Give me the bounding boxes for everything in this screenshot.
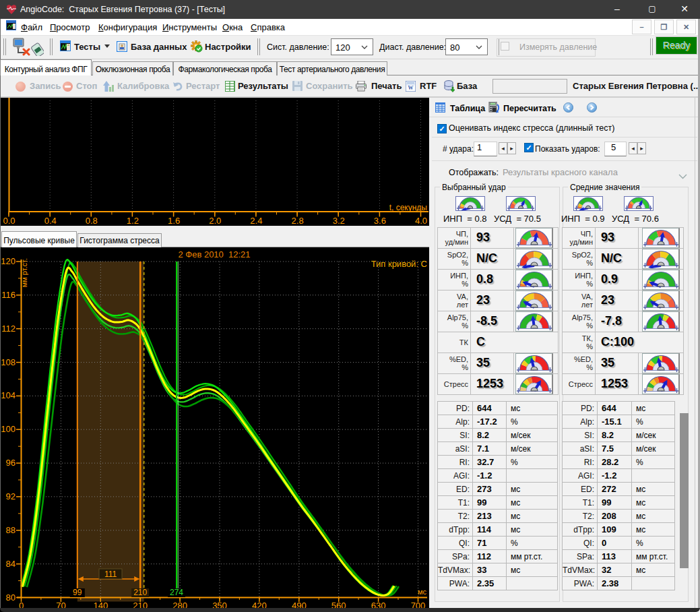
svg-text:116: 116 — [1, 290, 15, 300]
svg-text:2.4: 2.4 — [250, 216, 262, 226]
svg-text:4.0: 4.0 — [415, 216, 427, 226]
svg-text:274: 274 — [170, 588, 183, 597]
svg-text:W: W — [408, 85, 414, 91]
svg-text:96: 96 — [6, 458, 15, 468]
svg-text:0.4: 0.4 — [44, 216, 57, 226]
svg-text:210: 210 — [133, 588, 147, 597]
svg-text:0.8: 0.8 — [86, 216, 98, 226]
svg-text:80: 80 — [6, 592, 15, 603]
svg-text:мм рт.ст.: мм рт.ст. — [20, 258, 28, 287]
svg-text:t, секунды: t, секунды — [389, 203, 427, 212]
svg-text:2.8: 2.8 — [292, 216, 304, 226]
svg-text:92: 92 — [6, 491, 15, 501]
svg-text:3.6: 3.6 — [374, 216, 386, 226]
svg-text:2 Фев 2010 12:21: 2 Фев 2010 12:21 — [178, 249, 250, 259]
svg-text:мс: мс — [418, 588, 427, 596]
svg-text:99: 99 — [73, 588, 82, 597]
svg-text:1.6: 1.6 — [168, 216, 180, 226]
svg-text:120: 120 — [1, 256, 15, 266]
svg-text:Тип кривой: C: Тип кривой: C — [371, 259, 427, 269]
svg-text:1.2: 1.2 — [127, 216, 139, 226]
svg-text:104: 104 — [1, 390, 15, 400]
svg-text:100: 100 — [1, 424, 15, 434]
svg-text:3.2: 3.2 — [333, 216, 345, 226]
svg-text:0.0: 0.0 — [3, 216, 15, 226]
svg-text:84: 84 — [6, 559, 15, 569]
svg-text:2.0: 2.0 — [209, 216, 221, 226]
svg-text:88: 88 — [6, 525, 15, 535]
svg-text:112: 112 — [1, 324, 15, 334]
svg-text:111: 111 — [104, 570, 117, 579]
svg-text:108: 108 — [1, 357, 15, 367]
